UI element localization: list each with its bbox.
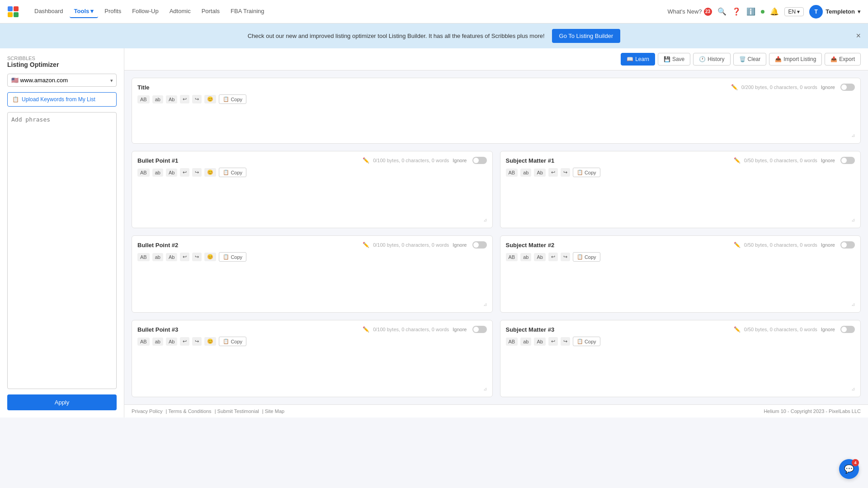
s3-redo-btn[interactable]: ↪ — [561, 337, 570, 346]
logo[interactable] — [7, 6, 19, 18]
s1-lowercase-btn[interactable]: ab — [520, 169, 531, 177]
subject-1-textarea[interactable] — [506, 180, 855, 216]
title-copy-btn[interactable]: 📋 Copy — [219, 94, 246, 104]
s3-lowercase-btn[interactable]: ab — [520, 338, 531, 346]
subject-2-ignore-toggle[interactable] — [840, 241, 855, 249]
subject-3-textarea[interactable] — [506, 349, 855, 385]
nav-fba[interactable]: FBA Training — [226, 5, 269, 18]
apply-button[interactable]: Apply — [7, 394, 117, 410]
bell-icon[interactable]: 🔔 — [770, 7, 779, 16]
bullet-2-ignore-toggle[interactable] — [472, 241, 487, 249]
s2-lowercase-btn[interactable]: ab — [520, 253, 531, 261]
circle-icon[interactable]: ℹ️ — [746, 7, 755, 16]
bullet-2-textarea[interactable] — [137, 264, 487, 300]
banner-close-icon[interactable]: × — [856, 31, 861, 41]
goto-listing-builder-button[interactable]: Go To Listing Builder — [552, 29, 621, 43]
bullet-3-textarea[interactable] — [137, 349, 487, 385]
title-lowercase-btn[interactable]: ab — [152, 95, 163, 103]
content-area: Title ✏️ 0/200 bytes, 0 characters, 0 wo… — [124, 70, 868, 404]
whats-new-label[interactable]: What's New? 23 — [667, 8, 712, 16]
clear-button[interactable]: 🗑️ Clear — [733, 53, 767, 66]
footer-testimonial[interactable]: Submit Testimonial — [217, 408, 259, 414]
s3-uppercase-btn[interactable]: AB — [506, 338, 518, 346]
subject-1-ignore-toggle[interactable] — [840, 157, 855, 164]
bullet-2-label: Bullet Point #2 — [137, 242, 359, 249]
upload-keywords-button[interactable]: 📋 Upload Keywords from My List — [7, 92, 117, 107]
b3-redo-btn[interactable]: ↪ — [192, 337, 202, 346]
country-select[interactable]: 🇺🇸 www.amazon.com 🇬🇧 www.amazon.co.uk 🇩🇪… — [7, 74, 117, 87]
save-button[interactable]: 💾 Save — [658, 53, 690, 66]
bullet-1-textarea[interactable] — [137, 180, 487, 216]
s3-capitalize-btn[interactable]: Ab — [534, 338, 545, 346]
footer-sitemap[interactable]: Site Map — [265, 408, 284, 414]
nav-dashboard[interactable]: Dashboard — [30, 5, 68, 18]
b3-capitalize-btn[interactable]: Ab — [166, 338, 177, 346]
b2-copy-btn[interactable]: 📋 Copy — [219, 252, 246, 262]
nav-portals[interactable]: Portals — [197, 5, 224, 18]
footer-terms[interactable]: Terms & Conditions — [168, 408, 211, 414]
b2-redo-btn[interactable]: ↪ — [192, 253, 202, 261]
nav-followup[interactable]: Follow-Up — [127, 5, 163, 18]
s1-undo-btn[interactable]: ↩ — [548, 168, 558, 177]
nav-tools[interactable]: Tools ▾ — [70, 5, 99, 18]
b1-uppercase-btn[interactable]: AB — [137, 169, 150, 177]
bullet-1-meta: 0/100 bytes, 0 characters, 0 words — [373, 158, 449, 163]
b2-emoji-btn[interactable]: 😊 — [204, 253, 216, 261]
title-textarea[interactable] — [137, 107, 855, 131]
learn-button[interactable]: 📖 Learn — [621, 53, 655, 66]
help-icon[interactable]: ❓ — [732, 7, 741, 16]
title-uppercase-btn[interactable]: AB — [137, 95, 150, 103]
s2-copy-btn[interactable]: 📋 Copy — [573, 252, 600, 262]
s1-copy-btn[interactable]: 📋 Copy — [573, 168, 600, 177]
title-undo-btn[interactable]: ↩ — [180, 95, 189, 103]
title-redo-btn[interactable]: ↪ — [192, 95, 202, 103]
title-ignore-toggle[interactable] — [840, 84, 855, 91]
row-2: Bullet Point #2 ✏️ 0/100 bytes, 0 charac… — [132, 235, 861, 313]
phrases-textarea[interactable] — [7, 112, 117, 389]
b2-capitalize-btn[interactable]: Ab — [166, 253, 177, 261]
country-selector-wrapper[interactable]: 🇺🇸 www.amazon.com 🇬🇧 www.amazon.co.uk 🇩🇪… — [7, 74, 117, 87]
b2-uppercase-btn[interactable]: AB — [137, 253, 150, 261]
import-listing-button[interactable]: 📥 Import Listing — [769, 53, 822, 66]
title-emoji-btn[interactable]: 😊 — [204, 95, 216, 103]
history-button[interactable]: 🕐 History — [693, 53, 730, 66]
search-icon[interactable]: 🔍 — [717, 7, 726, 16]
nav-profits[interactable]: Profits — [100, 5, 126, 18]
export-button[interactable]: 📤 Export — [825, 53, 861, 66]
b2-lowercase-btn[interactable]: ab — [152, 253, 163, 261]
bullet-2-ignore-label: Ignore — [453, 242, 467, 248]
bullet-3-ignore-toggle[interactable] — [472, 326, 487, 333]
b1-copy-btn[interactable]: 📋 Copy — [219, 168, 246, 177]
b1-capitalize-btn[interactable]: Ab — [166, 169, 177, 177]
nav-adtomic[interactable]: Adtomic — [165, 5, 195, 18]
b3-copy-btn[interactable]: 📋 Copy — [219, 337, 246, 346]
s2-redo-btn[interactable]: ↪ — [561, 253, 570, 261]
s2-capitalize-btn[interactable]: Ab — [534, 253, 545, 261]
b1-copy-icon: 📋 — [223, 169, 229, 175]
b3-emoji-btn[interactable]: 😊 — [204, 337, 216, 346]
user-menu[interactable]: T Templeton ▾ — [809, 5, 861, 19]
bullet-1-ignore-toggle[interactable] — [472, 157, 487, 164]
lang-selector[interactable]: EN ▾ — [784, 7, 804, 16]
b1-lowercase-btn[interactable]: ab — [152, 169, 163, 177]
b3-lowercase-btn[interactable]: ab — [152, 338, 163, 346]
s3-undo-btn[interactable]: ↩ — [548, 337, 558, 346]
s2-undo-btn[interactable]: ↩ — [548, 253, 558, 261]
title-capitalize-btn[interactable]: Ab — [166, 95, 177, 103]
subject-2-textarea[interactable] — [506, 264, 855, 300]
subject-3-ignore-toggle[interactable] — [840, 326, 855, 333]
b1-emoji-btn[interactable]: 😊 — [204, 168, 216, 177]
s2-uppercase-btn[interactable]: AB — [506, 253, 518, 261]
s1-redo-btn[interactable]: ↪ — [561, 168, 570, 177]
bullet-2-meta: 0/100 bytes, 0 characters, 0 words — [373, 242, 449, 248]
s1-uppercase-btn[interactable]: AB — [506, 169, 518, 177]
b2-undo-btn[interactable]: ↩ — [180, 253, 189, 261]
subject-2-meta: 0/50 bytes, 0 characters, 0 words — [744, 242, 817, 248]
b1-redo-btn[interactable]: ↪ — [192, 168, 202, 177]
s3-copy-btn[interactable]: 📋 Copy — [573, 337, 600, 346]
b3-uppercase-btn[interactable]: AB — [137, 338, 150, 346]
b3-undo-btn[interactable]: ↩ — [180, 337, 189, 346]
b1-undo-btn[interactable]: ↩ — [180, 168, 189, 177]
s1-capitalize-btn[interactable]: Ab — [534, 169, 545, 177]
footer-privacy[interactable]: Privacy Policy — [132, 408, 162, 414]
